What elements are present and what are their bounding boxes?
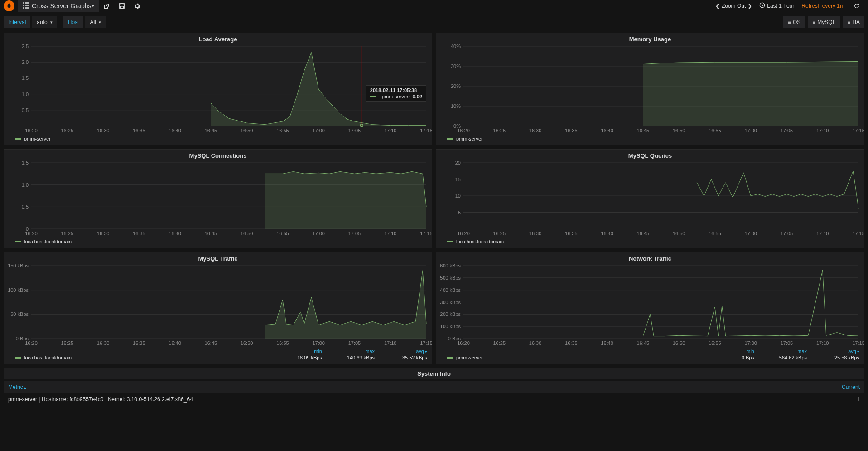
svg-text:17:15: 17:15	[420, 128, 432, 133]
svg-text:200 kBps: 200 kBps	[440, 311, 461, 317]
stats-avg-header[interactable]: avg▾	[391, 349, 427, 354]
svg-text:16:20: 16:20	[25, 128, 38, 133]
svg-text:17:05: 17:05	[781, 340, 793, 346]
svg-text:16:35: 16:35	[133, 340, 145, 346]
chevron-down-icon: ▾	[99, 20, 101, 24]
link-ha[interactable]: ≡ HA	[843, 16, 864, 28]
panel-mysql-traffic[interactable]: MySQL Traffic 0 Bps50 kBps100 kBps150 kB…	[4, 252, 432, 364]
grafana-logo[interactable]	[4, 0, 14, 11]
legend[interactable]: pmm-server	[436, 134, 864, 145]
svg-text:17:10: 17:10	[384, 231, 397, 236]
svg-text:16:55: 16:55	[276, 231, 289, 236]
svg-text:150 kBps: 150 kBps	[8, 263, 29, 268]
panel-title: MySQL Queries	[436, 150, 864, 160]
svg-text:17:05: 17:05	[781, 231, 793, 236]
menu-icon: ≡	[847, 19, 850, 25]
svg-text:16:35: 16:35	[565, 340, 578, 346]
svg-text:16:25: 16:25	[61, 128, 74, 133]
legend-label[interactable]: localhost.localdomain	[24, 355, 72, 360]
legend: min max avg▾ localhost.localdomain 18.09…	[4, 347, 432, 364]
dashboard-picker[interactable]: Cross Server Graphs ▾	[18, 0, 99, 12]
chevron-left-icon: ❮	[715, 3, 720, 9]
interval-label[interactable]: Interval	[4, 16, 30, 28]
svg-text:40%: 40%	[451, 44, 461, 49]
svg-text:16:25: 16:25	[61, 231, 74, 236]
stats-max-header[interactable]: max	[771, 349, 807, 354]
svg-text:16:50: 16:50	[241, 128, 253, 133]
stats-min-header[interactable]: min	[718, 349, 754, 354]
col-metric[interactable]: Metric▴	[4, 381, 758, 393]
svg-text:16:20: 16:20	[457, 128, 470, 133]
share-button[interactable]	[99, 1, 114, 11]
svg-text:16:50: 16:50	[673, 340, 685, 346]
svg-text:30%: 30%	[451, 63, 461, 69]
svg-rect-6	[23, 7, 24, 9]
save-button[interactable]	[114, 1, 130, 11]
svg-text:17:00: 17:00	[312, 128, 325, 133]
svg-text:16:20: 16:20	[25, 231, 38, 236]
legend-swatch	[447, 138, 453, 140]
svg-text:16:25: 16:25	[493, 231, 506, 236]
svg-text:2.0: 2.0	[22, 59, 29, 65]
svg-text:16:55: 16:55	[709, 340, 721, 346]
menu-icon: ≡	[788, 19, 791, 25]
svg-text:16:50: 16:50	[241, 231, 253, 236]
host-label[interactable]: Host	[63, 16, 84, 28]
legend-label[interactable]: pmm-server	[456, 355, 483, 360]
panel-load-average[interactable]: Load Average 0.51.01.52.02.516:2016:2516…	[4, 33, 432, 145]
svg-text:17:10: 17:10	[384, 128, 397, 133]
panel-title: Network Traffic	[436, 252, 864, 263]
svg-text:16:45: 16:45	[637, 231, 650, 236]
svg-text:16:20: 16:20	[457, 340, 470, 346]
interval-select[interactable]: auto ▾	[32, 16, 57, 28]
refresh-button[interactable]	[849, 1, 864, 11]
legend[interactable]: pmm-server	[4, 134, 432, 145]
svg-text:16:55: 16:55	[276, 128, 289, 133]
svg-text:16:50: 16:50	[241, 340, 253, 346]
svg-text:16:20: 16:20	[457, 231, 470, 236]
row-header-system-info[interactable]: System Info	[4, 368, 864, 379]
stats-min-header[interactable]: min	[286, 349, 322, 354]
refresh-interval-picker[interactable]: Refresh every 1m	[799, 2, 847, 10]
zoom-out-button[interactable]: ❮ Zoom Out ❯	[713, 2, 755, 10]
svg-text:17:10: 17:10	[816, 340, 829, 346]
col-current[interactable]: Current	[758, 381, 864, 393]
stats-max-header[interactable]: max	[338, 349, 375, 354]
svg-text:16:45: 16:45	[205, 231, 217, 236]
svg-rect-1	[25, 2, 27, 4]
legend[interactable]: localhost.localdomain	[436, 237, 864, 248]
svg-text:17:00: 17:00	[312, 231, 325, 236]
panel-title: Load Average	[4, 33, 432, 44]
svg-text:16:55: 16:55	[709, 128, 721, 133]
svg-text:16:30: 16:30	[529, 231, 542, 236]
link-mysql[interactable]: ≡ MySQL	[808, 16, 840, 28]
panel-memory-usage[interactable]: Memory Usage 0%10%20%30%40%16:2016:2516:…	[436, 33, 864, 145]
legend-label: localhost.localdomain	[24, 239, 72, 244]
stats-avg-header[interactable]: avg▾	[823, 349, 859, 354]
svg-text:17:15: 17:15	[852, 231, 864, 236]
host-select[interactable]: All ▾	[85, 16, 105, 28]
panel-network-traffic[interactable]: Network Traffic 0 Bps100 kBps200 kBps300…	[436, 252, 864, 364]
template-variable-row: Interval auto ▾ Host All ▾ ≡ OS ≡ MySQL …	[0, 12, 868, 33]
stat-avg: 25.58 kBps	[823, 355, 859, 360]
link-os[interactable]: ≡ OS	[783, 16, 805, 28]
svg-text:16:20: 16:20	[25, 340, 38, 346]
svg-text:17:00: 17:00	[744, 128, 757, 133]
legend-swatch	[447, 241, 453, 242]
panel-mysql-connections[interactable]: MySQL Connections 00.51.01.516:2016:2516…	[4, 149, 432, 248]
svg-text:17:05: 17:05	[781, 128, 793, 133]
svg-text:1.5: 1.5	[22, 75, 29, 81]
svg-text:17:05: 17:05	[348, 231, 361, 236]
system-info-table: Metric▴ Current pmm-server | Hostname: f…	[4, 381, 864, 405]
legend[interactable]: localhost.localdomain	[4, 237, 432, 248]
svg-text:1.0: 1.0	[22, 92, 29, 97]
svg-rect-10	[121, 4, 123, 5]
svg-text:16:30: 16:30	[97, 128, 110, 133]
topbar: Cross Server Graphs ▾ ❮ Zoom Out ❯ Last …	[0, 0, 868, 12]
panel-title: Memory Usage	[436, 33, 864, 44]
panel-mysql-queries[interactable]: MySQL Queries 510152016:2016:2516:3016:3…	[436, 149, 864, 248]
settings-button[interactable]	[130, 1, 145, 11]
svg-text:17:15: 17:15	[420, 231, 432, 236]
time-range-picker[interactable]: Last 1 hour	[757, 1, 797, 10]
svg-text:50 kBps: 50 kBps	[10, 311, 29, 317]
